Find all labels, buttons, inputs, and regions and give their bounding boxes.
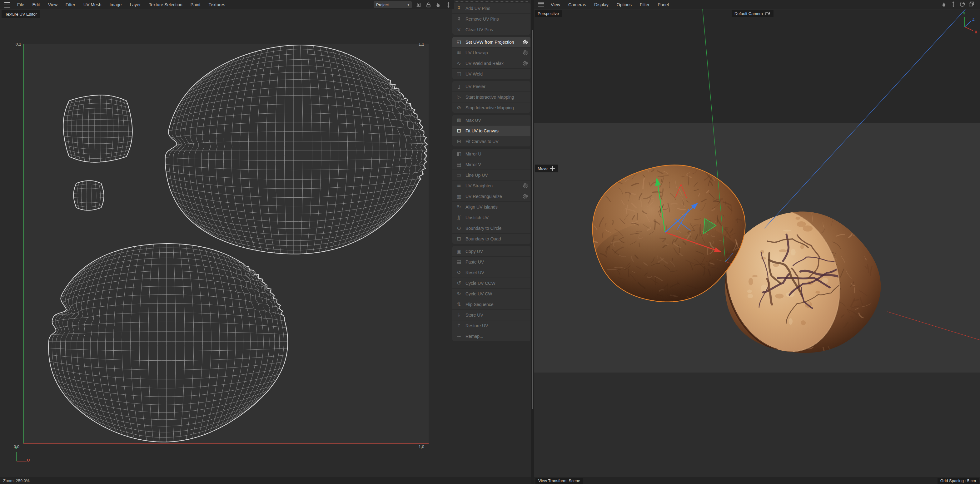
scrollbar[interactable]	[532, 30, 533, 409]
menu-file[interactable]: File	[13, 2, 29, 7]
pin-remove-icon	[452, 16, 466, 22]
command-stop-interactive-mapping[interactable]: ⊘Stop Interactive Mapping	[452, 102, 530, 113]
hand-pan-icon[interactable]	[941, 1, 948, 8]
command-label: Mirror U	[466, 151, 530, 156]
command-clear-uv-pins[interactable]: ×Clear UV Pins	[452, 24, 530, 35]
svg-text:X: X	[975, 30, 977, 34]
command-store-uv[interactable]: ↓Store UV	[452, 309, 530, 320]
orbit-rotate-icon[interactable]	[959, 1, 966, 8]
menu-edit[interactable]: Edit	[29, 2, 44, 7]
menu-options[interactable]: Options	[612, 2, 636, 7]
menu-view[interactable]: View	[44, 2, 62, 7]
paste-icon: ▤	[452, 259, 466, 265]
mirror-u-icon: ◧	[452, 151, 466, 157]
command-label: Paste UV	[466, 259, 530, 265]
command-uv-straighten[interactable]: ≡UV Straighten	[452, 180, 530, 191]
command-restore-uv[interactable]: ↑Restore UV	[452, 320, 530, 331]
command-copy-uv[interactable]: ▣Copy UV	[452, 246, 530, 256]
command-add-uv-pins[interactable]: Add UV Pins	[452, 3, 530, 13]
command-uv-peeler[interactable]: ▯UV Peeler	[452, 81, 530, 92]
viewport-toolbar	[941, 1, 975, 8]
uv-corner-00: 0,0	[14, 444, 19, 449]
gear-icon[interactable]	[522, 39, 528, 45]
unstitch-icon: ∬	[452, 214, 466, 221]
command-remap[interactable]: ⊸Remap...	[452, 331, 530, 341]
svg-text:Y: Y	[963, 11, 965, 16]
command-cycle-uv-ccw[interactable]: ↺Cycle UV CCW	[452, 278, 530, 288]
menu-filter[interactable]: Filter	[62, 2, 80, 7]
tab-texture-uv-editor[interactable]: Texture UV Editor	[2, 10, 40, 18]
menu-view[interactable]: View	[547, 2, 564, 7]
zoom-level-status: Zoom: 259.0%	[3, 478, 30, 483]
menu-filter[interactable]: Filter	[636, 2, 654, 7]
command-mirror-v[interactable]: ▤Mirror V	[452, 159, 530, 170]
hand-pan-icon[interactable]	[435, 2, 442, 8]
command-line-up-uv[interactable]: ▭Line Up UV	[452, 170, 530, 180]
menu-uv-mesh[interactable]: UV Mesh	[80, 2, 106, 7]
uv-canvas[interactable]	[0, 10, 452, 477]
command-max-uv[interactable]: ⊠Max UV	[452, 115, 530, 125]
menu-cameras[interactable]: Cameras	[564, 2, 590, 7]
menu-display[interactable]: Display	[590, 2, 612, 7]
command-set-uvw-from-projection[interactable]: ◱Set UVW from Projection	[452, 37, 530, 47]
uv-editor-menu: FileEditViewFilterUV MeshImageLayerTextu…	[13, 2, 229, 7]
command-paste-uv[interactable]: ▤Paste UV	[452, 256, 530, 267]
menu-textures[interactable]: Textures	[205, 2, 229, 7]
command-label: Boundary to Circle	[466, 226, 530, 231]
menu-texture-selection[interactable]: Texture Selection	[145, 2, 186, 7]
command-reset-uv[interactable]: ↺Reset UV	[452, 267, 530, 278]
weld-relax-icon: ∿	[452, 60, 466, 66]
command-group: Add UV PinsRemove UV Pins×Clear UV Pins	[452, 3, 530, 35]
menu-layer[interactable]: Layer	[126, 2, 145, 7]
command-boundary-to-quad[interactable]: ⊡Boundary to Quad	[452, 233, 530, 244]
command-cycle-uv-cw[interactable]: ↻Cycle UV CW	[452, 288, 530, 299]
panel-drag-handle[interactable]	[455, 1, 528, 2]
gear-icon[interactable]	[522, 193, 528, 199]
camera-label-chip[interactable]: Default Camera	[732, 10, 773, 17]
gear-icon[interactable]	[522, 182, 528, 189]
command-remove-uv-pins[interactable]: Remove UV Pins	[452, 13, 530, 24]
remap-icon: ⊸	[452, 333, 466, 339]
menu-paint[interactable]: Paint	[186, 2, 205, 7]
menu-panel[interactable]: Panel	[654, 2, 673, 7]
command-start-interactive-mapping[interactable]: ▷Start Interactive Mapping	[452, 92, 530, 102]
gear-icon[interactable]	[522, 60, 528, 66]
histogram-icon[interactable]	[415, 2, 422, 8]
menu-image[interactable]: Image	[105, 2, 126, 7]
command-mirror-u[interactable]: ◧Mirror U	[452, 149, 530, 159]
hamburger-menu-icon[interactable]	[538, 2, 544, 7]
command-label: Fit Canvas to UV	[466, 139, 530, 144]
command-uv-unwrap[interactable]: ≋UV Unwrap	[452, 47, 530, 58]
lock-icon[interactable]	[425, 2, 432, 8]
gear-icon[interactable]	[522, 50, 528, 56]
tool-label-chip[interactable]: Move	[535, 165, 558, 172]
viewport-3d[interactable]: YZX	[534, 10, 980, 477]
view-label-chip[interactable]: Perspective	[535, 10, 562, 17]
command-align-uv-islands[interactable]: ↻Align UV Islands	[452, 202, 530, 212]
dolly-zoom-icon[interactable]	[950, 1, 956, 8]
viewport-menu: ViewCamerasDisplayOptionsFilterPanel	[547, 2, 673, 7]
project-dropdown[interactable]: Project ▾	[374, 1, 412, 8]
svg-text:Z: Z	[972, 17, 974, 22]
command-group: ◱Set UVW from Projection≋UV Unwrap∿UV We…	[452, 37, 530, 79]
pane-splitter[interactable]	[531, 0, 534, 484]
hamburger-menu-icon[interactable]	[4, 2, 10, 8]
command-uv-weld[interactable]: ◫UV Weld	[452, 68, 530, 79]
command-unstitch-uv[interactable]: ∬Unstitch UV	[452, 212, 530, 223]
command-uv-rectangularize[interactable]: ▦UV Rectangularize	[452, 191, 530, 202]
uv-editor-toolbar: Project ▾	[374, 1, 452, 8]
vertical-move-icon[interactable]	[445, 2, 452, 8]
pin-icon	[452, 6, 466, 11]
command-fit-canvas-to-uv[interactable]: ⊞Fit Canvas to UV	[452, 136, 530, 146]
straighten-icon: ≡	[452, 182, 466, 189]
cycle-ccw-icon: ↺	[452, 280, 466, 286]
perspective-label: Perspective	[538, 11, 559, 16]
command-boundary-to-circle[interactable]: ⊙Boundary to Circle	[452, 223, 530, 233]
command-flip-sequence[interactable]: ⇅Flip Sequence	[452, 299, 530, 309]
command-uv-weld-and-relax[interactable]: ∿UV Weld and Relax	[452, 58, 530, 68]
maximize-view-icon[interactable]	[968, 1, 975, 8]
uv-corner-01: 0,1	[13, 42, 21, 46]
uv-commands-panel: Add UV PinsRemove UV Pins×Clear UV Pins◱…	[452, 0, 531, 477]
command-fit-uv-to-canvas[interactable]: ⊡Fit UV to Canvas	[452, 125, 530, 136]
camera-label: Default Camera	[735, 11, 763, 16]
